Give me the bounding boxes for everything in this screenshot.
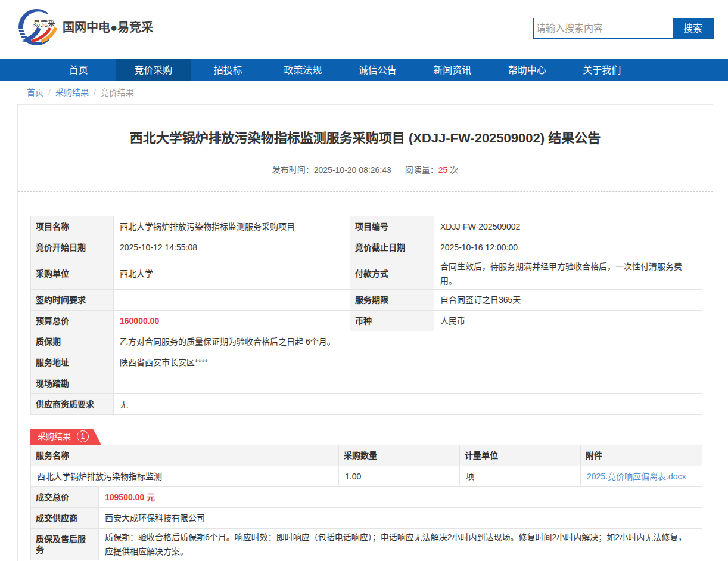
svg-text:易竞采: 易竞采 — [33, 20, 55, 28]
